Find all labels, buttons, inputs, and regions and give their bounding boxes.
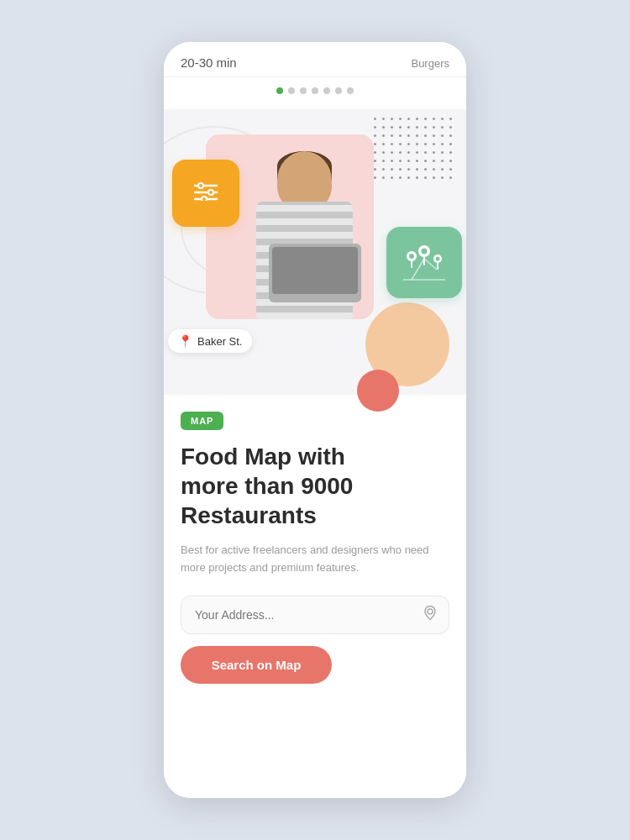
filter-card[interactable] xyxy=(172,160,239,227)
main-heading: Food Map with more than 9000 Restaurants xyxy=(181,442,449,530)
address-input-wrapper xyxy=(181,596,449,634)
dot-1[interactable] xyxy=(276,87,283,94)
dot-6[interactable] xyxy=(335,87,342,94)
svg-point-3 xyxy=(208,190,213,195)
search-on-map-button[interactable]: Search on Map xyxy=(181,646,332,684)
dot-7[interactable] xyxy=(347,87,354,94)
top-card: 20-30 min Burgers xyxy=(164,42,466,77)
svg-point-15 xyxy=(428,609,433,614)
svg-line-7 xyxy=(412,259,424,280)
phone-container: 20-30 min Burgers (function() { const gr… xyxy=(164,42,466,798)
sub-description: Best for active freelancers and designer… xyxy=(181,542,449,577)
laptop-screen xyxy=(272,247,358,294)
category-badge: Burgers xyxy=(411,57,449,70)
svg-point-14 xyxy=(436,256,440,260)
dot-4[interactable] xyxy=(312,87,318,94)
laptop xyxy=(269,244,361,302)
location-pin-icon: 📍 xyxy=(178,334,192,348)
map-location-card[interactable] xyxy=(386,227,462,298)
dot-5[interactable] xyxy=(323,87,330,94)
pagination-dots xyxy=(164,77,466,101)
delivery-time: 20-30 min xyxy=(181,55,237,70)
svg-point-10 xyxy=(409,254,414,259)
map-pins-icon xyxy=(399,238,449,288)
svg-point-12 xyxy=(422,248,428,254)
svg-point-1 xyxy=(198,183,203,188)
location-text: Baker St. xyxy=(197,335,242,348)
map-badge: MAP xyxy=(181,412,223,430)
person-figure xyxy=(231,151,382,395)
hero-section: (function() { const grid = document.quer… xyxy=(164,109,466,395)
location-input-icon xyxy=(423,605,438,624)
content-section: MAP Food Map with more than 9000 Restaur… xyxy=(164,395,466,798)
dot-2[interactable] xyxy=(288,87,295,94)
filter-icon xyxy=(193,181,218,206)
dot-3[interactable] xyxy=(300,87,307,94)
bg-dot-grid: (function() { const grid = document.quer… xyxy=(374,118,458,185)
address-input[interactable] xyxy=(181,596,449,634)
svg-point-5 xyxy=(202,197,207,201)
location-tag: 📍 Baker St. xyxy=(168,329,252,353)
